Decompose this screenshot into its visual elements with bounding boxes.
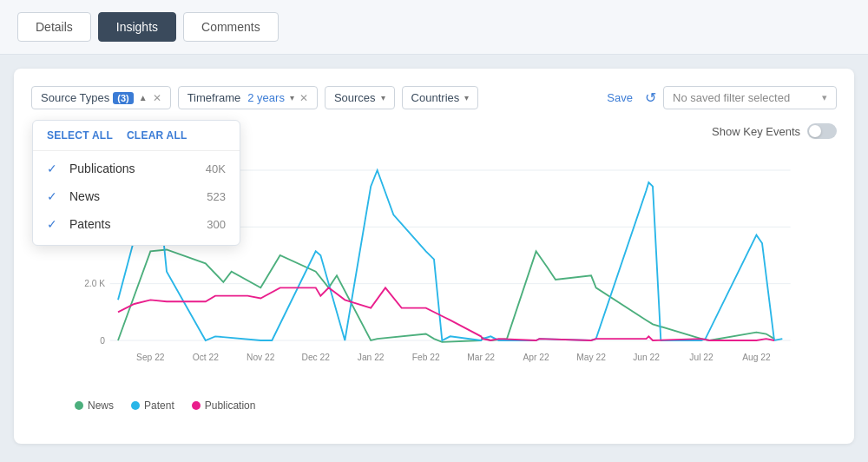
- show-events-label: Show Key Events: [712, 125, 800, 138]
- news-count: 523: [207, 190, 226, 203]
- svg-text:0: 0: [100, 336, 105, 346]
- publications-check-icon: ✓: [47, 162, 61, 175]
- save-button[interactable]: Save: [602, 88, 638, 108]
- svg-text:Oct 22: Oct 22: [193, 353, 219, 362]
- legend-news: News: [75, 399, 114, 412]
- publications-label: Publications: [69, 162, 197, 175]
- timeframe-close-icon[interactable]: ✕: [299, 92, 308, 104]
- svg-text:Apr 22: Apr 22: [523, 353, 549, 362]
- tab-details[interactable]: Details: [17, 12, 91, 42]
- patents-count: 300: [207, 218, 226, 231]
- news-check-icon: ✓: [47, 189, 61, 203]
- svg-text:Jul 22: Jul 22: [689, 353, 713, 362]
- select-all-button[interactable]: SELECT ALL: [47, 129, 113, 142]
- news-legend-dot: [75, 401, 83, 410]
- news-label: News: [69, 189, 198, 203]
- dropdown-actions: SELECT ALL CLEAR ALL: [33, 129, 240, 151]
- timeframe-chevron-icon: ▾: [290, 93, 294, 102]
- publications-count: 40K: [206, 162, 226, 175]
- show-events-toggle[interactable]: [807, 123, 837, 139]
- saved-filter-dropdown[interactable]: No saved filter selected ▾: [663, 86, 837, 109]
- filter-bar: Source Types (3) ▲ ✕ SELECT ALL CLEAR AL…: [31, 86, 837, 109]
- tab-comments[interactable]: Comments: [183, 12, 279, 42]
- filter-right-controls: Save ↺ No saved filter selected ▾: [602, 86, 837, 109]
- timeframe-filter[interactable]: Timeframe 2 years ▾ ✕: [178, 86, 318, 109]
- sources-filter[interactable]: Sources ▾: [325, 86, 395, 109]
- source-types-label: Source Types: [41, 91, 109, 104]
- svg-text:Jun 22: Jun 22: [633, 353, 660, 362]
- source-types-badge: (3): [113, 92, 133, 104]
- svg-text:Dec 22: Dec 22: [301, 353, 330, 362]
- clear-all-button[interactable]: CLEAR ALL: [127, 129, 187, 142]
- svg-text:2.0 K: 2.0 K: [84, 279, 105, 288]
- countries-chevron-icon: ▾: [464, 93, 469, 102]
- svg-text:May 22: May 22: [576, 353, 606, 362]
- saved-filter-chevron-icon: ▾: [822, 92, 827, 103]
- dropdown-item-publications[interactable]: ✓ Publications 40K: [33, 155, 240, 182]
- source-types-close-icon[interactable]: ✕: [153, 92, 161, 104]
- tab-insights[interactable]: Insights: [98, 12, 176, 42]
- legend-publication: Publication: [192, 399, 256, 412]
- timeframe-value: 2 years: [247, 91, 285, 104]
- svg-text:Mar 22: Mar 22: [467, 353, 495, 362]
- news-legend-label: News: [88, 399, 114, 412]
- svg-text:Jan 22: Jan 22: [358, 353, 385, 362]
- patents-label: Patents: [69, 217, 198, 231]
- chart-legend: News Patent Publication: [31, 399, 837, 412]
- svg-text:Nov 22: Nov 22: [247, 353, 275, 362]
- timeframe-label: Timeframe: [187, 91, 241, 104]
- dropdown-item-patents[interactable]: ✓ Patents 300: [33, 210, 240, 238]
- countries-label: Countries: [411, 91, 460, 104]
- source-types-filter[interactable]: Source Types (3) ▲ ✕ SELECT ALL CLEAR AL…: [31, 86, 171, 109]
- sources-chevron-icon: ▾: [381, 93, 385, 102]
- svg-text:Aug 22: Aug 22: [742, 353, 771, 362]
- main-panel: Source Types (3) ▲ ✕ SELECT ALL CLEAR AL…: [14, 69, 854, 444]
- source-types-dropdown: SELECT ALL CLEAR ALL ✓ Publications 40K …: [32, 120, 240, 246]
- svg-text:Feb 22: Feb 22: [412, 353, 440, 362]
- sources-label: Sources: [334, 91, 376, 104]
- patent-legend-dot: [131, 401, 140, 410]
- dropdown-item-news[interactable]: ✓ News 523: [33, 182, 240, 210]
- svg-text:Sep 22: Sep 22: [136, 353, 165, 362]
- saved-filter-placeholder: No saved filter selected: [673, 91, 790, 104]
- reset-icon[interactable]: ↺: [645, 89, 656, 106]
- publication-line: [118, 287, 774, 340]
- source-types-chevron-icon: ▲: [139, 93, 148, 102]
- legend-patent: Patent: [131, 399, 174, 412]
- countries-filter[interactable]: Countries ▾: [402, 86, 479, 109]
- publication-legend-label: Publication: [205, 399, 256, 412]
- patents-check-icon: ✓: [47, 217, 61, 231]
- patent-legend-label: Patent: [144, 399, 174, 412]
- publication-legend-dot: [192, 401, 201, 410]
- top-navigation: Details Insights Comments: [0, 0, 868, 55]
